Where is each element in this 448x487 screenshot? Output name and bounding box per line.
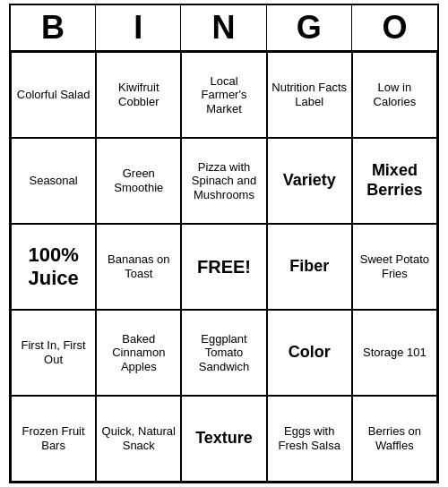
bingo-cell: Frozen Fruit Bars	[11, 396, 96, 482]
cell-text: Low in Calories	[357, 81, 433, 108]
bingo-grid: Colorful SaladKiwifruit CobblerLocal Far…	[11, 52, 437, 482]
cell-text: FREE!	[197, 256, 251, 278]
header-letter: O	[352, 5, 437, 50]
cell-text: Baked Cinnamon Apples	[100, 332, 177, 374]
bingo-cell: Pizza with Spinach and Mushrooms	[181, 138, 266, 224]
bingo-cell: 100% Juice	[11, 224, 96, 310]
cell-text: Storage 101	[363, 346, 426, 360]
cell-text: Variety	[283, 171, 336, 191]
cell-text: Pizza with Spinach and Mushrooms	[185, 160, 262, 202]
cell-text: Frozen Fruit Bars	[15, 424, 91, 452]
cell-text: Eggs with Fresh Salsa	[271, 424, 348, 452]
bingo-cell: First In, First Out	[11, 310, 96, 396]
header-letter: B	[11, 5, 96, 50]
bingo-cell: Quick, Natural Snack	[96, 396, 181, 482]
cell-text: Fiber	[289, 257, 329, 277]
cell-text: Quick, Natural Snack	[100, 424, 177, 452]
cell-text: First In, First Out	[15, 338, 91, 366]
bingo-cell: Fiber	[267, 224, 352, 310]
cell-text: Sweet Potato Fries	[357, 252, 433, 280]
bingo-cell: Green Smoothie	[96, 138, 181, 224]
bingo-cell: Kiwifruit Cobbler	[96, 52, 181, 138]
cell-text: Colorful Salad	[17, 88, 90, 102]
bingo-cell: Variety	[267, 138, 352, 224]
cell-text: Bananas on Toast	[100, 252, 177, 280]
cell-text: Local Farmer's Market	[185, 74, 262, 116]
cell-text: Berries on Waffles	[357, 424, 433, 452]
cell-text: Nutrition Facts Label	[271, 81, 348, 108]
bingo-cell: Sweet Potato Fries	[352, 224, 437, 310]
cell-text: Green Smoothie	[100, 167, 177, 194]
bingo-cell: Colorful Salad	[11, 52, 96, 138]
bingo-cell: Local Farmer's Market	[181, 52, 266, 138]
bingo-cell: Nutrition Facts Label	[267, 52, 352, 138]
bingo-cell: Bananas on Toast	[96, 224, 181, 310]
bingo-cell: FREE!	[181, 224, 266, 310]
bingo-cell: Texture	[181, 396, 266, 482]
bingo-header: BINGO	[11, 5, 437, 52]
header-letter: G	[267, 5, 352, 50]
bingo-cell: Mixed Berries	[352, 138, 437, 224]
cell-text: Eggplant Tomato Sandwich	[185, 332, 262, 374]
bingo-cell: Color	[267, 310, 352, 396]
cell-text: Mixed Berries	[357, 161, 433, 200]
bingo-card: BINGO Colorful SaladKiwifruit CobblerLoc…	[9, 4, 439, 483]
bingo-cell: Low in Calories	[352, 52, 437, 138]
bingo-cell: Storage 101	[352, 310, 437, 396]
bingo-cell: Eggplant Tomato Sandwich	[181, 310, 266, 396]
header-letter: N	[181, 5, 266, 50]
bingo-cell: Baked Cinnamon Apples	[96, 310, 181, 396]
bingo-cell: Eggs with Fresh Salsa	[267, 396, 352, 482]
cell-text: Color	[289, 343, 331, 363]
header-letter: I	[96, 5, 181, 50]
cell-text: Seasonal	[29, 174, 77, 188]
cell-text: Kiwifruit Cobbler	[100, 81, 177, 108]
bingo-cell: Berries on Waffles	[352, 396, 437, 482]
bingo-cell: Seasonal	[11, 138, 96, 224]
cell-text: Texture	[195, 429, 253, 449]
cell-text: 100% Juice	[15, 244, 91, 291]
